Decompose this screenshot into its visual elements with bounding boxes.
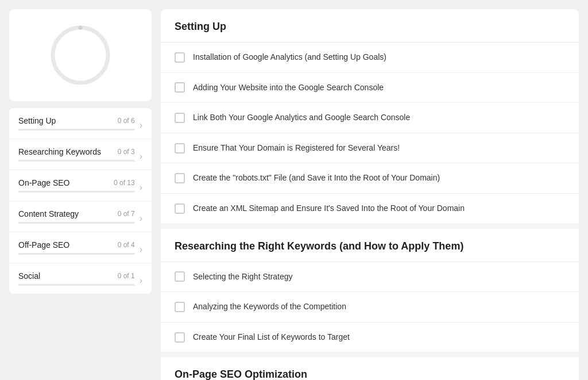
section-title: Researching the Right Keywords (and How …	[175, 240, 463, 252]
checklist-label: Ensure That Your Domain is Registered fo…	[193, 143, 400, 154]
nav-item-bar	[18, 129, 135, 130]
sidebar: Setting Up 0 of 6 › Researching Keywords…	[9, 9, 152, 380]
nav-item-count: 0 of 7	[118, 210, 135, 218]
chevron-icon: ›	[140, 213, 142, 224]
checkbox[interactable]	[175, 271, 185, 282]
checkbox[interactable]	[175, 302, 185, 312]
checkbox[interactable]	[175, 143, 185, 153]
checklist-label: Create an XML Sitemap and Ensure It's Sa…	[193, 203, 465, 214]
checkbox[interactable]	[175, 332, 185, 343]
chevron-icon: ›	[140, 182, 142, 193]
checklist-item: Installation of Google Analytics (and Se…	[161, 43, 579, 73]
progress-card	[9, 9, 152, 101]
checklist-label: Create the "robots.txt" File (and Save i…	[193, 172, 440, 184]
checkbox[interactable]	[175, 113, 185, 123]
nav-item-left: Content Strategy 0 of 7	[18, 209, 135, 227]
nav-item-left: Setting Up 0 of 6	[18, 116, 135, 134]
checkbox[interactable]	[175, 173, 185, 183]
checklist-item: Create Your Final List of Keywords to Ta…	[161, 323, 579, 353]
checklist-label: Selecting the Right Strategy	[193, 271, 293, 283]
nav-item-count: 0 of 3	[118, 148, 135, 156]
nav-item-setting-up[interactable]: Setting Up 0 of 6 ›	[9, 108, 152, 139]
nav-item-researching-keywords[interactable]: Researching Keywords 0 of 3 ›	[9, 139, 152, 170]
svg-point-0	[53, 28, 108, 83]
nav-item-title: Social	[18, 271, 40, 281]
checklist-label: Create Your Final List of Keywords to Ta…	[193, 332, 350, 343]
nav-card: Setting Up 0 of 6 › Researching Keywords…	[9, 108, 152, 294]
chevron-icon: ›	[140, 151, 142, 162]
nav-item-title: Content Strategy	[18, 209, 79, 218]
section-header-researching-keywords: Researching the Right Keywords (and How …	[161, 229, 579, 262]
section-divider	[161, 352, 579, 357]
checklist-item: Ensure That Your Domain is Registered fo…	[161, 133, 579, 164]
chevron-icon: ›	[140, 244, 142, 255]
checklist-item: Link Both Your Google Analytics and Goog…	[161, 103, 579, 133]
checklist-label: Analyzing the Keywords of the Competitio…	[193, 301, 346, 313]
section-header-on-page-seo: On-Page SEO Optimization	[161, 357, 579, 380]
checklist-item: Create an XML Sitemap and Ensure It's Sa…	[161, 194, 579, 224]
nav-item-title: Setting Up	[18, 116, 56, 125]
nav-item-left: Researching Keywords 0 of 3	[18, 147, 135, 165]
checklist-item: Adding Your Website into the Google Sear…	[161, 73, 579, 103]
nav-item-title: Off-Page SEO	[18, 240, 69, 250]
checkbox[interactable]	[175, 52, 185, 63]
nav-item-title: Researching Keywords	[18, 147, 101, 156]
nav-item-content-strategy[interactable]: Content Strategy 0 of 7 ›	[9, 201, 152, 232]
section-divider	[161, 224, 579, 229]
nav-item-count: 0 of 6	[118, 117, 135, 125]
nav-item-social[interactable]: Social 0 of 1 ›	[9, 263, 152, 294]
section-header-setting-up: Setting Up	[161, 9, 579, 43]
section-title: On-Page SEO Optimization	[175, 369, 307, 380]
nav-item-off-page-seo[interactable]: Off-Page SEO 0 of 4 ›	[9, 232, 152, 263]
checklist-label: Link Both Your Google Analytics and Goog…	[193, 112, 410, 124]
checklist-item: Selecting the Right Strategy	[161, 262, 579, 293]
nav-item-left: Off-Page SEO 0 of 4	[18, 240, 135, 258]
checklist-label: Adding Your Website into the Google Sear…	[193, 82, 384, 94]
checkbox[interactable]	[175, 204, 185, 214]
checklist-label: Installation of Google Analytics (and Se…	[193, 52, 386, 63]
checkbox[interactable]	[175, 82, 185, 93]
nav-item-count: 0 of 4	[118, 241, 135, 249]
nav-item-bar	[18, 160, 135, 162]
nav-item-count: 0 of 1	[118, 272, 135, 280]
nav-item-left: On-Page SEO 0 of 13	[18, 178, 135, 196]
progress-circle	[49, 24, 112, 87]
main-content: Setting Up Installation of Google Analyt…	[161, 9, 579, 380]
nav-item-bar	[18, 284, 135, 286]
nav-item-on-page-seo[interactable]: On-Page SEO 0 of 13 ›	[9, 170, 152, 201]
checklist-item: Analyzing the Keywords of the Competitio…	[161, 292, 579, 323]
nav-item-left: Social 0 of 1	[18, 271, 135, 289]
section-title: Setting Up	[175, 21, 226, 32]
nav-item-bar	[18, 222, 135, 224]
chevron-icon: ›	[140, 275, 142, 286]
nav-item-title: On-Page SEO	[18, 178, 70, 187]
chevron-icon: ›	[140, 120, 142, 130]
nav-item-bar	[18, 191, 135, 193]
nav-item-bar	[18, 253, 135, 255]
nav-item-count: 0 of 13	[114, 179, 135, 187]
checklist-item: Create the "robots.txt" File (and Save i…	[161, 163, 579, 194]
